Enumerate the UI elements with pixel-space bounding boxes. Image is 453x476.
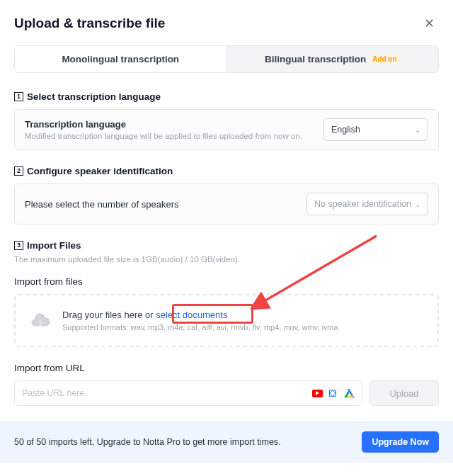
url-row: ⛋ Upload bbox=[14, 380, 439, 406]
language-select[interactable]: English ⌄ bbox=[323, 118, 428, 141]
brand-icons: ⛋ bbox=[312, 387, 355, 399]
transcription-language-sub: Modified transcription language will be … bbox=[25, 132, 302, 140]
import-from-files-label: Import from files bbox=[14, 276, 439, 287]
chevron-down-icon: ⌄ bbox=[415, 126, 420, 134]
speaker-prompt: Please select the number of speakers bbox=[25, 199, 179, 210]
footer-bar: 50 of 50 imports left, Upgrade to Notta … bbox=[0, 421, 453, 463]
step-number-2: 2 bbox=[14, 166, 23, 176]
tab-monolingual[interactable]: Monolingual transcription bbox=[15, 46, 227, 72]
step1-heading: 1 Select transcription language bbox=[14, 91, 439, 102]
supported-formats: Supported formats: wav, mp3, m4a, caf, a… bbox=[62, 323, 338, 332]
addon-badge: Add on bbox=[369, 55, 400, 64]
step1-heading-text: Select transcription language bbox=[27, 91, 161, 102]
import-from-url-label: Import from URL bbox=[14, 363, 439, 373]
cloud-upload-icon bbox=[28, 310, 52, 332]
tab-bilingual[interactable]: Bilingual transcription Add on bbox=[227, 46, 439, 72]
speaker-count-placeholder: No speaker identification bbox=[314, 199, 411, 209]
transcription-type-tabs: Monolingual transcription Bilingual tran… bbox=[14, 45, 439, 73]
upload-button[interactable]: Upload bbox=[369, 380, 439, 406]
select-documents-link[interactable]: select documents bbox=[156, 310, 227, 320]
language-select-value: English bbox=[331, 125, 360, 135]
page-title: Upload & transcribe file bbox=[14, 16, 165, 31]
close-icon[interactable]: ✕ bbox=[420, 14, 439, 33]
step-number-1: 1 bbox=[14, 92, 23, 101]
url-input-wrapper: ⛋ bbox=[14, 380, 362, 406]
step3-heading-text: Import Files bbox=[27, 240, 81, 251]
speaker-count-select[interactable]: No speaker identification ⌄ bbox=[306, 193, 428, 215]
url-input[interactable] bbox=[22, 388, 222, 398]
google-drive-icon bbox=[344, 389, 355, 398]
tab-bilingual-label: Bilingual transcription bbox=[265, 54, 366, 64]
dropzone-prefix: Drag your files here or bbox=[62, 310, 156, 320]
transcription-language-label: Transcription language bbox=[25, 119, 302, 130]
youtube-icon bbox=[312, 390, 323, 397]
step1-box: Transcription language Modified transcri… bbox=[14, 109, 439, 150]
step2-heading: 2 Configure speaker identification bbox=[14, 166, 439, 176]
file-size-note: The maximum uploaded file size is 1GB(au… bbox=[14, 255, 439, 264]
footer-text: 50 of 50 imports left, Upgrade to Notta … bbox=[14, 437, 281, 447]
dropbox-icon: ⛋ bbox=[328, 387, 338, 399]
step3-heading: 3 Import Files bbox=[14, 240, 439, 251]
dropzone-main-text: Drag your files here or select documents bbox=[62, 310, 338, 320]
step2-box: Please select the number of speakers No … bbox=[14, 183, 439, 225]
upgrade-now-button[interactable]: Upgrade Now bbox=[362, 431, 439, 453]
file-dropzone[interactable]: Drag your files here or select documents… bbox=[14, 294, 439, 347]
step2-heading-text: Configure speaker identification bbox=[27, 166, 173, 176]
chevron-down-icon: ⌄ bbox=[415, 200, 420, 208]
step-number-3: 3 bbox=[14, 241, 23, 250]
